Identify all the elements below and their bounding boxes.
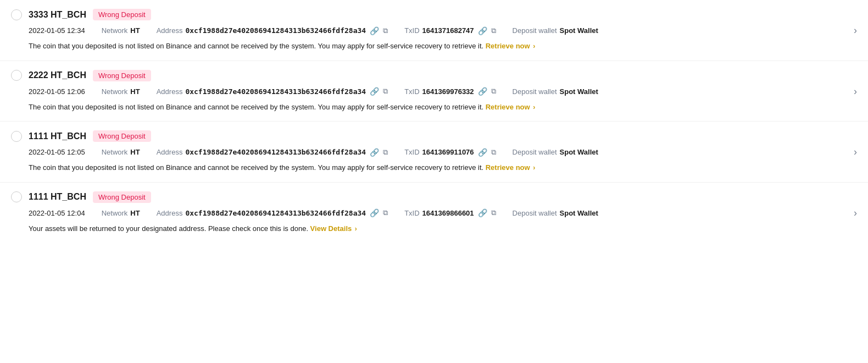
address-group-2: Address 0xcf1988d27e402086941284313b6324… bbox=[157, 148, 388, 157]
txid-group-2: TxID 1641369911076 🔗 ⧉ bbox=[404, 148, 496, 157]
txid-value-1: 1641369976332 bbox=[422, 87, 474, 96]
address-copy-icon-0[interactable]: ⧉ bbox=[383, 26, 388, 35]
action-chevron-2: › bbox=[533, 163, 535, 173]
deposit-item: 2222 HT_BCH Wrong Deposit 2022-01-05 12:… bbox=[0, 61, 868, 122]
action-chevron-0: › bbox=[533, 41, 535, 51]
address-value-3: 0xcf1988d27e402086941284313b632466fdf28a… bbox=[185, 209, 366, 217]
deposit-wallet-label-2: Deposit wallet bbox=[513, 148, 557, 156]
action-chevron-1: › bbox=[533, 102, 535, 112]
txid-link-icon-1[interactable]: 🔗 bbox=[478, 87, 487, 96]
chevron-right-icon-1[interactable]: › bbox=[854, 86, 857, 97]
deposit-wallet-group-0: Deposit wallet Spot Wallet bbox=[513, 26, 598, 35]
checkbox-0[interactable] bbox=[11, 9, 22, 20]
address-copy-icon-2[interactable]: ⧉ bbox=[383, 148, 388, 157]
network-label-1: Network bbox=[102, 87, 128, 96]
network-label-2: Network bbox=[102, 148, 128, 156]
amount-3: 1111 HT_BCH bbox=[29, 192, 86, 202]
timestamp-0: 2022-01-05 12:34 bbox=[29, 26, 85, 35]
network-group-2: Network HT bbox=[102, 148, 140, 156]
item-message-1: The coin that you deposited is not liste… bbox=[11, 102, 857, 113]
network-label-0: Network bbox=[102, 26, 128, 35]
txid-link-icon-2[interactable]: 🔗 bbox=[478, 148, 487, 157]
address-value-0: 0xcf1988d27e402086941284313b632466fdf28a… bbox=[185, 26, 366, 35]
address-group-3: Address 0xcf1988d27e402086941284313b6324… bbox=[157, 208, 388, 217]
deposit-wallet-value-1: Spot Wallet bbox=[560, 87, 598, 96]
checkbox-1[interactable] bbox=[11, 70, 22, 81]
txid-value-0: 1641371682747 bbox=[422, 26, 474, 35]
action-link-1[interactable]: Retrieve now › bbox=[486, 103, 536, 111]
amount-2: 1111 HT_BCH bbox=[29, 131, 86, 141]
address-label-0: Address bbox=[157, 26, 183, 35]
chevron-right-icon-0[interactable]: › bbox=[854, 25, 857, 36]
deposit-wallet-group-2: Deposit wallet Spot Wallet bbox=[513, 148, 598, 156]
address-copy-icon-1[interactable]: ⧉ bbox=[383, 87, 388, 96]
item-message-0: The coin that you deposited is not liste… bbox=[11, 41, 857, 52]
deposit-wallet-label-1: Deposit wallet bbox=[513, 87, 557, 96]
wrong-deposit-badge-1: Wrong Deposit bbox=[93, 70, 151, 81]
txid-copy-icon-3[interactable]: ⧉ bbox=[491, 208, 496, 217]
txid-label-0: TxID bbox=[404, 26, 419, 35]
chevron-right-icon-2[interactable]: › bbox=[854, 146, 857, 158]
address-link-icon-1[interactable]: 🔗 bbox=[370, 87, 379, 96]
deposit-item: 1111 HT_BCH Wrong Deposit 2022-01-05 12:… bbox=[0, 122, 868, 183]
address-copy-icon-3[interactable]: ⧉ bbox=[383, 208, 388, 217]
wrong-deposit-badge-3: Wrong Deposit bbox=[93, 191, 151, 203]
txid-group-0: TxID 1641371682747 🔗 ⧉ bbox=[404, 26, 496, 35]
txid-label-3: TxID bbox=[404, 209, 419, 217]
amount-0: 3333 HT_BCH bbox=[29, 10, 86, 20]
wrong-deposit-badge-2: Wrong Deposit bbox=[93, 130, 151, 142]
address-label-2: Address bbox=[157, 148, 183, 156]
network-value-0: HT bbox=[130, 26, 140, 35]
deposit-item: 1111 HT_BCH Wrong Deposit 2022-01-05 12:… bbox=[0, 183, 868, 243]
deposit-wallet-value-0: Spot Wallet bbox=[560, 26, 598, 35]
txid-link-icon-0[interactable]: 🔗 bbox=[478, 26, 487, 35]
txid-link-icon-3[interactable]: 🔗 bbox=[478, 208, 487, 217]
action-link-2[interactable]: Retrieve now › bbox=[486, 163, 536, 172]
deposit-wallet-group-3: Deposit wallet Spot Wallet bbox=[513, 209, 598, 217]
network-value-2: HT bbox=[130, 148, 140, 156]
txid-label-2: TxID bbox=[404, 148, 419, 156]
txid-copy-icon-1[interactable]: ⧉ bbox=[491, 87, 496, 96]
txid-value-2: 1641369911076 bbox=[422, 148, 474, 156]
txid-copy-icon-0[interactable]: ⧉ bbox=[491, 26, 496, 35]
item-header-0: 3333 HT_BCH Wrong Deposit bbox=[11, 9, 857, 20]
address-value-2: 0xcf1988d27e402086941284313b632466fdf28a… bbox=[185, 148, 366, 156]
txid-label-1: TxID bbox=[404, 87, 419, 96]
address-group-1: Address 0xcf1988d27e402086941284313b6324… bbox=[157, 87, 388, 96]
address-link-icon-2[interactable]: 🔗 bbox=[370, 148, 379, 157]
txid-copy-icon-2[interactable]: ⧉ bbox=[491, 148, 496, 157]
action-chevron-3: › bbox=[355, 224, 357, 234]
deposit-wallet-value-2: Spot Wallet bbox=[560, 148, 598, 156]
network-value-1: HT bbox=[130, 87, 140, 96]
amount-1: 2222 HT_BCH bbox=[29, 70, 86, 80]
timestamp-2: 2022-01-05 12:05 bbox=[29, 148, 85, 156]
checkbox-3[interactable] bbox=[11, 191, 22, 202]
wrong-deposit-badge-0: Wrong Deposit bbox=[93, 9, 151, 20]
deposit-wallet-label-3: Deposit wallet bbox=[513, 209, 557, 217]
item-message-2: The coin that you deposited is not liste… bbox=[11, 162, 857, 173]
timestamp-3: 2022-01-05 12:04 bbox=[29, 209, 85, 217]
txid-value-3: 1641369866601 bbox=[422, 209, 474, 217]
network-label-3: Network bbox=[102, 209, 128, 217]
deposit-list: 3333 HT_BCH Wrong Deposit 2022-01-05 12:… bbox=[0, 0, 868, 243]
address-group-0: Address 0xcf1988d27e402086941284313b6324… bbox=[157, 26, 388, 35]
deposit-wallet-group-1: Deposit wallet Spot Wallet bbox=[513, 87, 598, 96]
item-header-3: 1111 HT_BCH Wrong Deposit bbox=[11, 191, 857, 203]
address-label-3: Address bbox=[157, 209, 183, 217]
network-group-1: Network HT bbox=[102, 87, 140, 96]
item-details-0: 2022-01-05 12:34 Network HT Address 0xcf… bbox=[11, 25, 857, 36]
address-link-icon-0[interactable]: 🔗 bbox=[370, 26, 379, 35]
deposit-item: 3333 HT_BCH Wrong Deposit 2022-01-05 12:… bbox=[0, 0, 868, 61]
item-message-3: Your assets will be returned to your des… bbox=[11, 223, 857, 234]
action-link-0[interactable]: Retrieve now › bbox=[486, 42, 536, 50]
chevron-right-icon-3[interactable]: › bbox=[854, 207, 857, 219]
item-header-2: 1111 HT_BCH Wrong Deposit bbox=[11, 130, 857, 142]
network-group-0: Network HT bbox=[102, 26, 140, 35]
checkbox-2[interactable] bbox=[11, 131, 22, 142]
deposit-wallet-label-0: Deposit wallet bbox=[513, 26, 557, 35]
address-link-icon-3[interactable]: 🔗 bbox=[370, 208, 379, 217]
item-details-3: 2022-01-05 12:04 Network HT Address 0xcf… bbox=[11, 207, 857, 219]
network-group-3: Network HT bbox=[102, 209, 140, 217]
txid-group-3: TxID 1641369866601 🔗 ⧉ bbox=[404, 208, 496, 217]
action-link-3[interactable]: View Details › bbox=[310, 224, 357, 233]
